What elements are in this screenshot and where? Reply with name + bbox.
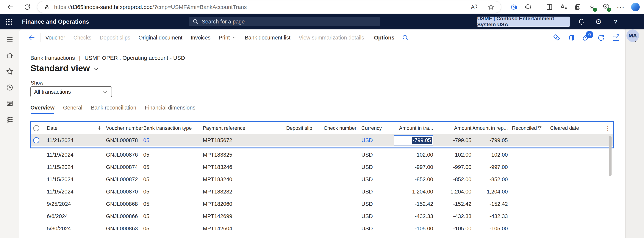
spacer-cell [97,210,106,222]
action-original-document[interactable]: Original document [138,35,182,41]
nav-hamburger-button[interactable] [6,35,14,44]
breadcrumb-page[interactable]: Bank transactions [30,55,75,61]
column-header-amount[interactable]: Amount [434,122,472,134]
settings-gear-icon[interactable]: ⚙ [595,17,602,26]
grid-row[interactable]: 5/9/2024 GNJL000860 05 MPT142238 USD -20… [31,235,613,238]
read-aloud-button[interactable]: A [471,4,478,10]
tab-overview[interactable]: Overview [30,105,54,114]
grid-row[interactable]: 11/15/2024 GNJL000872 05 MPT183240 USD -… [31,173,613,185]
grid-row[interactable]: 11/15/2024 GNJL000874 05 MPT183246 USD -… [31,161,613,173]
company-picker[interactable]: USMF | Contoso Entertainment System USA [477,16,570,27]
grid-row[interactable]: 6/6/2024 GNJL000866 05 MPT142699 USD -43… [31,210,613,222]
extensions-puzzle-icon[interactable] [524,3,532,11]
column-header-amount-transaction[interactable]: Amount in tra... [384,122,434,134]
cell-amount: -852.00 [434,173,472,185]
address-bar[interactable]: https://d365finops-sand.hifxpreprod.poc/… [37,1,501,13]
show-filter-select[interactable]: All transactions [30,86,112,97]
amount-edit-input[interactable]: -799.05 [394,135,433,145]
currency-link[interactable]: USD [361,137,373,143]
column-filter-funnel-icon[interactable] [537,122,548,134]
column-header-check-number[interactable]: Check number [322,122,360,134]
collections-icon[interactable] [560,3,567,11]
actionbar-search-icon[interactable] [402,34,409,41]
copilot-page-icon[interactable] [574,3,582,11]
toolbar-divider [539,3,539,11]
column-header-deposit-slip[interactable]: Deposit slip [285,122,322,134]
row-select-cell [31,210,45,222]
cell-deposit-slip [285,134,322,146]
nav-home-button[interactable] [6,51,14,60]
grid-row-selected[interactable]: 11/21/2024 GNJL000878 05 MPT185672 USD -… [31,134,613,146]
cell-voucher: GNJL000874 [106,161,143,173]
action-print[interactable]: Print [219,35,236,41]
grid-row[interactable]: 11/19/2024 GNJL000876 05 MPT183325 USD -… [31,149,613,161]
column-header-date[interactable]: Date [45,122,97,134]
favorite-star-icon[interactable] [488,3,494,11]
column-header-voucher[interactable]: Voucher number [106,122,143,134]
grid-row[interactable]: 11/15/2024 GNJL000870 05 MPT183232 USD -… [31,185,613,198]
actionbar-right-icons: 0 [552,29,620,46]
row-select-cell[interactable] [31,134,45,146]
global-search-input[interactable]: Search for a page [189,17,380,26]
grid-row[interactable]: 9/25/2024 GNJL000868 05 MPT182060 USD -1… [31,198,613,210]
sort-descending-icon[interactable] [97,122,106,134]
cell-currency: USD [360,185,384,198]
grid-vertical-scrollbar[interactable] [609,136,612,176]
power-apps-icon[interactable] [552,33,561,42]
attachment-count-badge: 0 [586,31,593,38]
waffle-menu-icon[interactable] [5,18,13,26]
browser-back-button[interactable] [5,2,16,12]
cell-amount: -1,204.00 [434,185,472,198]
site-lock-icon[interactable] [44,4,50,10]
cell-deposit-slip [285,161,322,173]
select-all-radio[interactable] [33,125,39,131]
cell-amount-transaction: -852.00 [384,173,434,185]
split-screen-icon[interactable] [546,3,553,11]
action-invoices[interactable]: Invoices [191,35,210,41]
open-new-window-icon[interactable] [612,33,620,42]
cell-voucher: GNJL000878 [106,134,143,146]
select-all-cell[interactable] [31,122,45,134]
spacer-cell [97,235,106,238]
column-header-type[interactable]: Bank transaction type [143,122,201,134]
browser-essentials-button[interactable]: ✓ [602,3,610,11]
browser-menu-button[interactable]: ⋯ [616,5,624,9]
downloads-button[interactable]: ✓ [588,3,596,11]
notifications-bell-icon[interactable] [578,18,585,25]
modules-list-icon [6,116,14,123]
nav-recent-button[interactable] [6,83,14,92]
grid-more-button[interactable]: ⋮ [591,122,613,134]
type-link[interactable]: 05 [143,137,149,143]
user-avatar[interactable]: MA [626,29,639,42]
grid-row[interactable]: 5/30/2024 GNJL000863 05 MPT142604 USD -1… [31,222,613,235]
nav-workspaces-button[interactable] [6,100,14,108]
copilot-icon[interactable] [631,3,640,11]
nav-favorites-button[interactable] [6,67,14,76]
nav-modules-button[interactable] [6,116,14,124]
column-header-cleared-date[interactable]: Cleared date [548,122,591,134]
tab-bank-reconciliation[interactable]: Bank reconciliation [91,105,136,114]
action-bank-document-list[interactable]: Bank document list [245,35,290,41]
action-voucher[interactable]: Voucher [45,35,65,41]
privacy-lock-icon[interactable] [510,3,518,11]
attachments-button[interactable]: 0 [582,33,590,42]
office-icon[interactable] [568,34,575,41]
row-select-radio[interactable] [33,137,39,143]
column-header-amount-reporting[interactable]: Amount in rep... [472,122,509,134]
help-button[interactable]: ? [614,18,617,26]
tab-financial-dimensions[interactable]: Financial dimensions [145,105,196,114]
row-select-cell [31,173,45,185]
cell-payment-reference: MPT183325 [201,149,285,161]
column-header-reconciled[interactable]: Reconciled [509,122,537,134]
browser-refresh-button[interactable] [22,2,32,12]
back-icon [7,3,14,11]
refresh-page-icon[interactable] [597,33,605,42]
column-header-payment-reference[interactable]: Payment reference [201,122,285,134]
cell-currency: USD [360,161,384,173]
tab-general[interactable]: General [63,105,82,114]
page-back-button[interactable] [28,34,36,41]
view-title[interactable]: Standard view [30,63,99,73]
options-menu-button[interactable]: Options [374,35,394,41]
column-header-currency[interactable]: Currency [360,122,384,134]
spacer-cell [537,149,548,161]
